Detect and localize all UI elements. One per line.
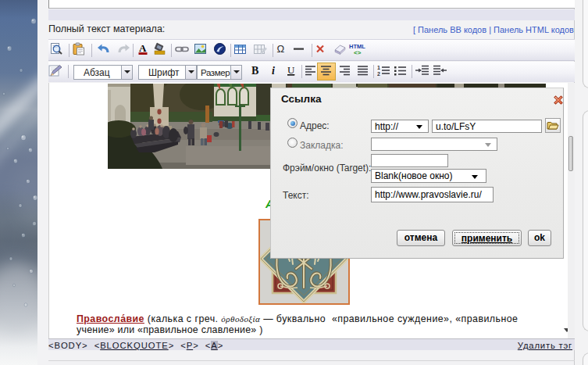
svg-text:<>: <> <box>354 49 362 56</box>
svg-text:U: U <box>287 64 295 76</box>
svg-text:B: B <box>251 65 258 77</box>
svg-text:Ω: Ω <box>277 43 285 55</box>
svg-text:1: 1 <box>377 65 380 70</box>
svg-text:A: A <box>139 42 147 54</box>
svg-text:i: i <box>272 65 275 77</box>
svg-text:2: 2 <box>377 71 380 77</box>
